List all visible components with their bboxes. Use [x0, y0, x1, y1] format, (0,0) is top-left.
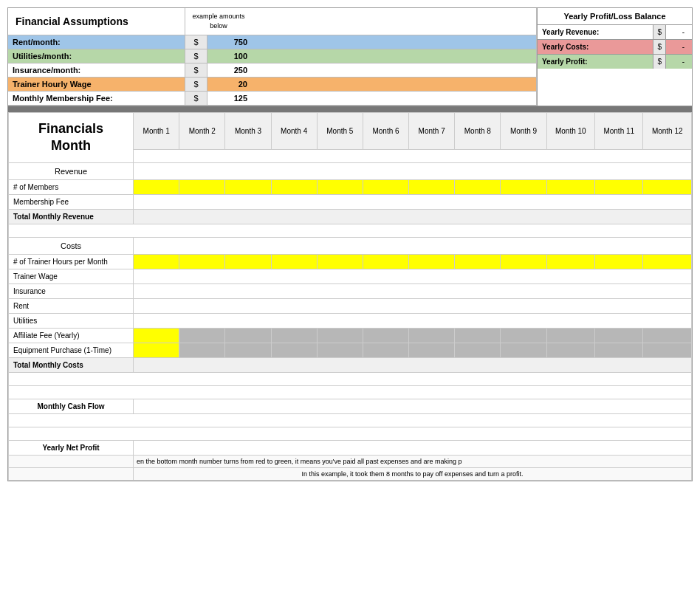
trainer-wage-label: Trainer Wage: [9, 269, 134, 283]
note-text-1: en the bottom month number turns from re…: [134, 455, 692, 467]
trainer-m11[interactable]: [595, 254, 643, 269]
equipment-m8: [455, 343, 501, 357]
yearly-label: Yearly Costs:: [538, 40, 653, 54]
assumption-value[interactable]: 125: [207, 92, 252, 105]
assumption-dollar: $: [185, 35, 207, 49]
affiliate-fee-label: Affiliate Fee (Yearly): [9, 328, 134, 343]
note-row-1: en the bottom month number turns from re…: [9, 455, 692, 467]
affiliate-m5: [317, 328, 363, 343]
members-m12[interactable]: [643, 179, 692, 194]
yearly-row-0: Yearly Revenue: $ -: [538, 25, 692, 40]
affiliate-m4: [271, 328, 317, 343]
trainer-m2[interactable]: [179, 254, 225, 269]
affiliate-m10: [546, 328, 594, 343]
yearly-value: -: [666, 40, 692, 54]
members-m8[interactable]: [455, 179, 501, 194]
trainer-m4[interactable]: [271, 254, 317, 269]
yearly-label: Yearly Profit:: [538, 55, 653, 69]
costs-section-label: Costs: [9, 237, 134, 254]
trainer-m12[interactable]: [643, 254, 692, 269]
assumption-row-3: Trainer Hourly Wage $ 20: [8, 78, 536, 92]
equipment-m1[interactable]: [134, 343, 179, 357]
assumption-row-1: Utilities/month: $ 100: [8, 49, 536, 63]
monthly-cash-flow-label: Monthly Cash Flow: [9, 399, 134, 413]
affiliate-m1[interactable]: [134, 328, 179, 343]
yearly-dollar: $: [653, 55, 666, 69]
equipment-label: Equipment Purchase (1-Time): [9, 343, 134, 357]
month-header-5: Month 5: [317, 113, 363, 150]
insurance-label: Insurance: [9, 283, 134, 298]
yearly-dollar: $: [653, 40, 666, 54]
members-m2[interactable]: [179, 179, 225, 194]
example-amounts: example amounts below: [185, 8, 252, 35]
equipment-m5: [317, 343, 363, 357]
affiliate-m2: [179, 328, 225, 343]
affiliate-m9: [501, 328, 546, 343]
assumption-label: Trainer Hourly Wage: [8, 78, 185, 91]
trainer-m9[interactable]: [501, 254, 546, 269]
month-header-2: Month 2: [179, 113, 225, 150]
yearly-title: Yearly Profit/Loss Balance: [538, 8, 692, 25]
assumptions-section: Financial Assumptions example amounts be…: [8, 8, 537, 106]
affiliate-m3: [225, 328, 271, 343]
yearly-row-2: Yearly Profit: $ -: [538, 55, 692, 69]
members-m1[interactable]: [134, 179, 179, 194]
main-container: Financial Assumptions example amounts be…: [7, 7, 693, 481]
yearly-value: -: [666, 55, 692, 69]
trainer-m3[interactable]: [225, 254, 271, 269]
members-m4[interactable]: [271, 179, 317, 194]
assumption-row-0: Rent/month: $ 750: [8, 35, 536, 49]
yearly-dollar: $: [653, 25, 666, 39]
members-m10[interactable]: [546, 179, 594, 194]
trainer-m7[interactable]: [409, 254, 455, 269]
total-monthly-costs-label: Total Monthly Costs: [9, 357, 134, 372]
assumption-label: Monthly Membership Fee:: [8, 92, 185, 105]
members-m9[interactable]: [501, 179, 546, 194]
trainer-m6[interactable]: [363, 254, 408, 269]
num-members-label: # of Members: [9, 179, 134, 194]
members-m7[interactable]: [409, 179, 455, 194]
affiliate-m8: [455, 328, 501, 343]
assumption-value[interactable]: 250: [207, 63, 252, 77]
equipment-m4: [271, 343, 317, 357]
rent-label: Rent: [9, 298, 134, 313]
equipment-m7: [409, 343, 455, 357]
assumption-dollar: $: [185, 78, 207, 91]
assumption-value[interactable]: 750: [207, 35, 252, 49]
members-m11[interactable]: [595, 179, 643, 194]
yearly-net-profit-label: Yearly Net Profit: [9, 440, 134, 455]
assumption-value[interactable]: 20: [207, 78, 252, 91]
month-header-6: Month 6: [363, 113, 408, 150]
yearly-row-1: Yearly Costs: $ -: [538, 40, 692, 55]
members-m3[interactable]: [225, 179, 271, 194]
month-header-10: Month 10: [546, 113, 594, 150]
note-row-2: In this example, it took them 8 months t…: [9, 467, 692, 480]
trainer-m5[interactable]: [317, 254, 363, 269]
assumption-value[interactable]: 100: [207, 49, 252, 63]
assumptions-title: Financial Assumptions: [8, 8, 185, 35]
members-m6[interactable]: [363, 179, 408, 194]
equipment-m3: [225, 343, 271, 357]
equipment-m12: [643, 343, 692, 357]
assumption-dollar: $: [185, 49, 207, 63]
financials-table: FinancialsMonth Month 1 Month 2 Month 3 …: [8, 112, 692, 481]
trainer-m8[interactable]: [455, 254, 501, 269]
total-monthly-revenue-label: Total Monthly Revenue: [9, 209, 134, 224]
utilities-label: Utilities: [9, 313, 134, 328]
affiliate-m12: [643, 328, 692, 343]
members-m5[interactable]: [317, 179, 363, 194]
month-header-1: Month 1: [134, 113, 179, 150]
trainer-m1[interactable]: [134, 254, 179, 269]
month-header-9: Month 9: [501, 113, 546, 150]
assumption-label: Utilities/month:: [8, 49, 185, 63]
month-header-4: Month 4: [271, 113, 317, 150]
equipment-m6: [363, 343, 408, 357]
trainer-m10[interactable]: [546, 254, 594, 269]
equipment-m11: [595, 343, 643, 357]
month-header-8: Month 8: [455, 113, 501, 150]
yearly-label: Yearly Revenue:: [538, 25, 653, 39]
affiliate-m6: [363, 328, 408, 343]
financials-header: FinancialsMonth: [9, 113, 134, 163]
equipment-m2: [179, 343, 225, 357]
assumption-dollar: $: [185, 92, 207, 105]
